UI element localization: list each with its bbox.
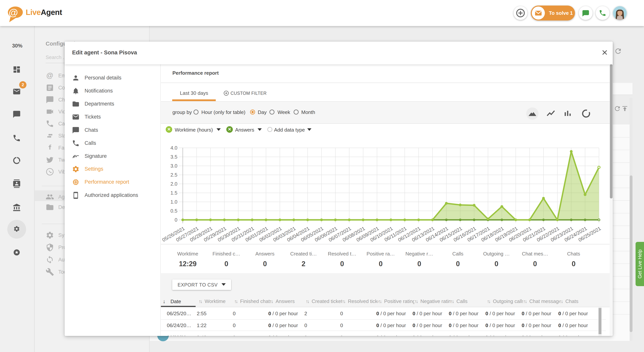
svg-text:3.5: 3.5	[170, 154, 178, 160]
svg-text:0: 0	[175, 217, 178, 223]
svg-text:1.5: 1.5	[170, 190, 178, 196]
svg-text:4.0: 4.0	[170, 145, 178, 151]
svg-text:2.5: 2.5	[170, 172, 178, 178]
svg-text:0.5: 0.5	[170, 208, 178, 214]
svg-text:1.0: 1.0	[170, 199, 178, 205]
svg-text:@: @	[46, 71, 53, 79]
svg-text:2.0: 2.0	[170, 181, 178, 187]
svg-text:3.0: 3.0	[170, 163, 178, 169]
svg-text:@: @	[9, 7, 18, 18]
